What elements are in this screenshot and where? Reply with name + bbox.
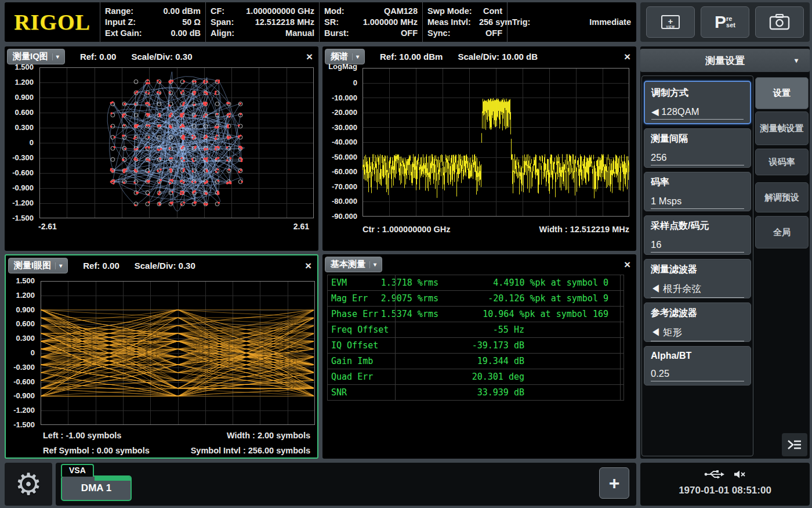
tick: 0.900 <box>16 306 35 314</box>
status-label: CF: <box>211 6 224 16</box>
close-icon[interactable]: × <box>624 52 630 62</box>
tab-measure-frame-settings[interactable]: 测量帧设置 <box>755 111 809 145</box>
tab-demod-preset[interactable]: 解调预设 <box>755 182 809 212</box>
tick: -50.000 <box>332 153 357 161</box>
tick: -40.000 <box>332 138 357 146</box>
system-menu-button[interactable]: ⚙ <box>5 463 52 506</box>
tab-label: 全局 <box>773 227 791 238</box>
meas-row-mag-err: Mag Err 2.9075 %rms -20.126 %pk at symbo… <box>328 291 624 307</box>
tick: -70.000 <box>332 183 357 191</box>
meas-peak-value: 10.964 %pk at symbol 169 <box>483 307 608 322</box>
tick: -1.200 <box>12 199 34 207</box>
meas-row-quad-err: Quad Err 20.301 deg <box>328 369 624 385</box>
preset-button[interactable]: P reset <box>701 6 749 38</box>
panel-eye-diagram-active[interactable]: 测量I眼图 ▾ Ref: 0.00 Scale/Div: 0.30 × 1.50… <box>5 254 318 459</box>
meas-peak-value: 4.4910 %pk at symbol 0 <box>493 275 608 290</box>
status-label: Swp Mode: <box>427 6 472 16</box>
eye-ref-level: Ref: 0.00 <box>83 261 119 271</box>
iq-panel-title: 测量IQ图 <box>13 51 48 62</box>
status-label: SR: <box>324 17 339 27</box>
status-label: Range: <box>105 6 133 16</box>
status-label: Sync: <box>427 28 451 38</box>
meas-row-phase-err: Phase Err 1.5374 %rms 10.964 %pk at symb… <box>328 307 624 322</box>
status-label: Burst: <box>324 28 349 38</box>
tick: 0 <box>31 349 35 357</box>
plus-icon: + <box>609 473 620 494</box>
meas-value: -39.173 dB <box>472 338 524 353</box>
setting-value: ◀ 根升余弦 <box>651 283 744 298</box>
close-icon[interactable]: × <box>305 261 311 271</box>
tab-dma1[interactable]: DMA 1 <box>61 475 132 501</box>
sidebar-item-measure-filter[interactable]: 测量滤波器 ◀ 根升余弦 <box>644 259 751 298</box>
setting-label: 测量间隔 <box>651 133 744 145</box>
meas-name: Mag Err <box>331 291 368 306</box>
eye-trace-type-dropdown[interactable]: 测量I眼图 ▾ <box>8 258 68 273</box>
eye-diagram-plot[interactable] <box>41 281 315 425</box>
eye-ref-symbol-label: Ref Symbol : 0.00 symbols <box>43 446 150 455</box>
tab-settings[interactable]: 设置 <box>755 77 809 109</box>
iq-trace-type-dropdown[interactable]: 测量IQ图 ▾ <box>7 49 65 64</box>
status-value: 1.000000 MHz <box>363 17 418 27</box>
eye-panel-header: 测量I眼图 ▾ Ref: 0.00 Scale/Div: 0.30 × <box>6 255 317 274</box>
status-value: 1.000000000 GHz <box>246 6 314 16</box>
meas-row-gain-imb: Gain Imb 19.344 dB <box>328 354 624 369</box>
menu-collapse-button[interactable] <box>782 433 807 456</box>
status-value: Manual <box>285 28 314 38</box>
spectrum-y-axis-label: LogMag <box>328 63 357 71</box>
close-icon[interactable]: × <box>306 52 313 62</box>
meas-peak-value: -20.126 %pk at symbol 9 <box>488 291 608 306</box>
tick: -0.300 <box>13 363 35 372</box>
sidebar-item-measure-interval[interactable]: 测量间隔 256 <box>644 128 751 168</box>
spectrum-plot[interactable] <box>362 68 629 217</box>
tab-global[interactable]: 全局 <box>755 216 809 248</box>
sidebar-item-alpha-bt[interactable]: Alpha/BT 0.25 <box>644 346 751 385</box>
panel-iq-constellation[interactable]: 测量IQ图 ▾ Ref: 0.00 Scale/Div: 0.30 × 1.50… <box>5 46 318 251</box>
tick: 1.500 <box>16 277 35 285</box>
panel-basic-measurements[interactable]: 基本测量 ▾ × EVM 1.3718 %rms 4.4910 %pk at s… <box>322 254 636 459</box>
collapse-menu-icon <box>787 439 802 451</box>
eye-y-axis: 1.500 1.200 0.900 0.600 0.300 0 -0.300 -… <box>6 277 37 429</box>
status-label: Input Z: <box>105 17 136 27</box>
tick: -80.000 <box>332 197 357 206</box>
tick: 0.600 <box>16 320 35 328</box>
tick: 1.200 <box>16 291 35 300</box>
tick: 0 <box>353 79 357 87</box>
meas-row-evm: EVM 1.3718 %rms 4.4910 %pk at symbol 0 <box>328 275 624 291</box>
meas-type-dropdown[interactable]: 基本测量 ▾ <box>325 257 382 272</box>
system-status-area[interactable]: 1970-01-01 08:51:00 <box>640 463 810 506</box>
iq-constellation-plot[interactable] <box>39 67 314 218</box>
chevron-down-icon: ▾ <box>352 53 359 60</box>
multi-view-button[interactable]: + VIEW <box>646 6 695 38</box>
panel-spectrum[interactable]: 频谱 ▾ Ref: 10.00 dBm Scale/Div: 10.00 dB … <box>322 46 636 251</box>
sidebar-menu-dropdown[interactable]: 测量设置 ▾ <box>640 49 810 72</box>
tick: -20.000 <box>332 109 357 117</box>
eye-width-label: Width : 2.00 symbols <box>227 431 310 440</box>
chevron-down-icon: ▾ <box>55 262 62 269</box>
eye-symbol-intvl-label: Symbol Intvl : 256.00 symbols <box>191 446 310 455</box>
status-group-frequency: CF:1.000000000 GHz Span:12.512218 MHz Al… <box>205 2 319 42</box>
tab-bit-error-rate[interactable]: 误码率 <box>755 149 809 175</box>
eye-panel-title: 测量I眼图 <box>14 260 51 271</box>
setting-value: ◀ 128QAM <box>651 106 744 120</box>
spectrum-panel-title: 频谱 <box>331 51 348 62</box>
tick: 0.300 <box>16 334 35 343</box>
sidebar-item-symbol-rate[interactable]: 码率 1 Msps <box>644 172 751 211</box>
status-value: OFF <box>485 28 502 38</box>
tick: -1.200 <box>13 406 35 415</box>
status-value: OFF <box>401 28 418 38</box>
sidebar-item-modulation-type[interactable]: 调制方式 ◀ 128QAM <box>644 81 751 124</box>
sidebar-item-reference-filter[interactable]: 参考滤波器 ◀ 矩形 <box>644 302 751 342</box>
tick: -0.900 <box>12 184 34 192</box>
add-tab-button[interactable]: + <box>599 467 629 499</box>
status-group-trigger: Trig:Immediate <box>507 2 636 42</box>
close-icon[interactable]: × <box>624 260 630 270</box>
screenshot-button[interactable] <box>755 6 804 38</box>
status-icons <box>640 470 810 479</box>
setting-value: ◀ 矩形 <box>651 326 744 341</box>
meas-value: 19.344 dB <box>477 354 524 369</box>
iq-xmin-label: -2.61 <box>38 222 57 230</box>
status-value: QAM128 <box>384 6 418 16</box>
tick: -1.500 <box>12 214 34 222</box>
sidebar-item-points-per-symbol[interactable]: 采样点数/码元 16 <box>644 215 751 255</box>
status-group-modulation: Mod:QAM128 SR:1.000000 MHz Burst:OFF <box>319 2 422 42</box>
